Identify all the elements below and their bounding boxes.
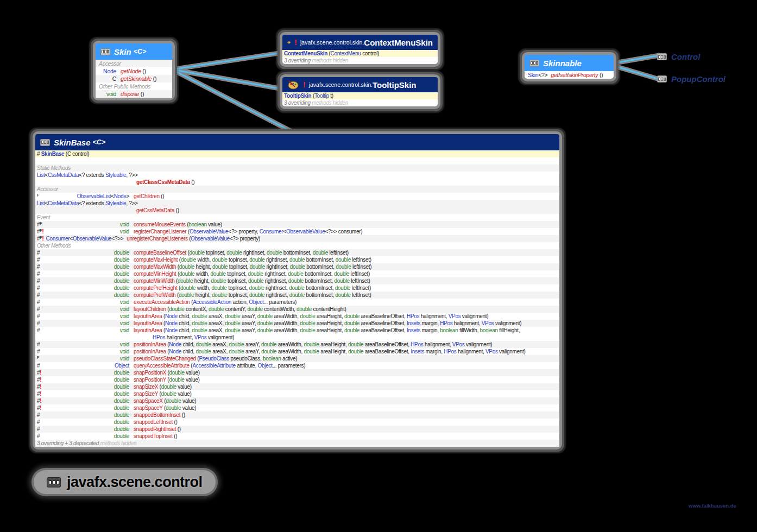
member-row: #F!voidregisterChangeListener (Observabl… xyxy=(35,228,559,235)
member-row: voiddispose () xyxy=(96,90,172,98)
member-row: #voidexecuteAccessibleAction (Accessible… xyxy=(35,299,559,306)
class-title: Control xyxy=(671,52,700,61)
package-icon xyxy=(47,477,61,487)
member-row: FObservableList<Node>getChildren () xyxy=(35,193,559,200)
member-row: #!doublesnapSpaceX (double value) xyxy=(35,397,559,404)
package-label[interactable]: javafx.scene.control xyxy=(34,470,216,494)
popupcontrol-class-label[interactable]: PopupControl xyxy=(657,74,726,84)
member-row: FvoidpseudoClassStateChanged (PseudoClas… xyxy=(35,355,559,362)
section-row: Other Methods xyxy=(35,242,559,249)
hidden-methods-row: 3 overriding methods hidden xyxy=(282,57,438,64)
member-row: NodegetNode () xyxy=(96,67,172,75)
member-row: #ObjectqueryAccessibleAttribute (Accessi… xyxy=(35,362,559,369)
palette-icon xyxy=(287,37,291,47)
section-row: Accessor xyxy=(35,186,559,193)
class-title: Skin xyxy=(114,47,131,56)
member-row: #doublecomputeMaxWidth (double height, d… xyxy=(35,263,559,270)
skin-member-table: AccessorNodegetNode ()CgetSkinnable ()Ot… xyxy=(96,60,172,98)
tooltipskin-member-table: TooltipSkin (Tooltip t)3 overriding meth… xyxy=(282,92,438,106)
member-row: #doublecomputeMaxHeight (double width, d… xyxy=(35,256,559,263)
member-row: #doublecomputeBaselineOffset (double top… xyxy=(35,249,559,256)
member-row: #voidlayoutInArea (Node child, double ar… xyxy=(35,327,559,341)
member-row: #F!Consumer<ObservableValue<?>>unregiste… xyxy=(35,235,559,242)
class-icon xyxy=(657,75,667,83)
member-row: #doublesnappedRightInset () xyxy=(35,426,559,433)
watermark-link[interactable]: www.falkhausen.de xyxy=(689,503,736,509)
member-row: CgetSkinnable () xyxy=(96,75,172,83)
skinbase-member-table: # SkinBase (C control) Static MethodsLis… xyxy=(35,150,559,447)
constructor-row: # SkinBase (C control) xyxy=(35,150,559,157)
member-row: #voidpositionInArea (Node child, double … xyxy=(35,348,559,355)
member-row: #FvoidconsumeMouseEvents (boolean value) xyxy=(35,221,559,228)
class-title: SkinBase xyxy=(54,138,91,147)
class-title: PopupControl xyxy=(671,74,726,84)
class-icon xyxy=(40,139,50,146)
member-row: Skin<?> get/set/skinProperty () xyxy=(525,71,614,79)
skinnable-class-box[interactable]: Skinnable Skin<?> get/set/skinProperty (… xyxy=(525,55,614,79)
contextmenuskin-member-table: ContextMenuSkin (ContextMenu control)3 o… xyxy=(282,50,438,64)
member-row: #voidlayoutInArea (Node child, double ar… xyxy=(35,313,559,320)
class-title: ContextMenuSkin xyxy=(364,38,433,47)
member-row: #voidlayoutChildren (double contentX, do… xyxy=(35,306,559,313)
blank-row xyxy=(35,157,559,164)
class-generic-parameter: <C> xyxy=(93,138,106,146)
warning-bang: ! xyxy=(294,38,297,47)
warning-bang: ! xyxy=(303,80,306,89)
skinbase-class-header: SkinBase <C> xyxy=(35,134,559,150)
class-icon xyxy=(529,60,539,67)
member-row: #!doublesnapSizeX (double value) xyxy=(35,383,559,390)
member-row: #!doublesnapPositionX (double value) xyxy=(35,369,559,376)
member-row: #doublecomputePrefWidth (double height, … xyxy=(35,292,559,299)
class-icon xyxy=(100,48,110,55)
skinbase-class-box[interactable]: SkinBase <C> # SkinBase (C control) Stat… xyxy=(35,134,559,447)
member-row: #!doublesnapSizeY (double value) xyxy=(35,390,559,397)
member-row: #doublecomputePrefHeight (double width, … xyxy=(35,284,559,292)
constructor-row: TooltipSkin (Tooltip t) xyxy=(282,92,438,99)
skinnable-class-header: Skinnable xyxy=(525,55,614,71)
skin-class-box[interactable]: Skin <C> AccessorNodegetNode ()CgetSkinn… xyxy=(96,43,172,98)
member-row: #doublecomputeMinWidth (double height, d… xyxy=(35,277,559,284)
member-row: List<CssMetaData<? extends Styleable, ?>… xyxy=(35,200,559,214)
section-row: Static Methods xyxy=(35,164,559,172)
control-class-label[interactable]: Control xyxy=(657,52,700,61)
member-row: #doublesnappedBottomInset () xyxy=(35,411,559,419)
member-row: List<CssMetaData<? extends Styleable, ?>… xyxy=(35,172,559,186)
tooltipskin-class-header: ! javafx.scene.control.skin. TooltipSkin xyxy=(282,77,438,92)
member-row: #!doublesnapPositionY (double value) xyxy=(35,376,559,383)
hidden-methods-row: 3 overriding methods hidden xyxy=(282,99,438,106)
section-row: Accessor xyxy=(96,60,172,67)
member-row: #voidpositionInArea (Node child, double … xyxy=(35,341,559,348)
section-row: Event xyxy=(35,214,559,221)
class-title: TooltipSkin xyxy=(373,80,417,90)
contextmenuskin-class-box[interactable]: ! javafx.scene.control.skin. ContextMenu… xyxy=(282,35,438,64)
section-row: Other Public Methods xyxy=(96,83,172,90)
member-row: #doublecomputeMinHeight (double width, d… xyxy=(35,270,559,277)
member-row: #doublesnappedLeftInset () xyxy=(35,419,559,426)
member-row: #voidlayoutInArea (Node child, double ar… xyxy=(35,320,559,327)
class-icon xyxy=(657,53,667,60)
class-generic-parameter: <C> xyxy=(134,48,147,55)
palette-icon xyxy=(287,80,299,90)
class-package: javafx.scene.control.skin. xyxy=(300,39,364,46)
tooltipskin-class-box[interactable]: ! javafx.scene.control.skin. TooltipSkin… xyxy=(282,77,438,106)
skin-class-header: Skin <C> xyxy=(96,43,172,60)
uml-diagram: { "diagram": { "watermark": "www.falkhau… xyxy=(0,0,757,532)
hidden-methods-row: 3 overriding + 3 deprecated methods hidd… xyxy=(35,440,559,447)
class-package: javafx.scene.control.skin. xyxy=(309,81,373,88)
constructor-row: ContextMenuSkin (ContextMenu control) xyxy=(282,50,438,57)
member-row: #!doublesnapSpaceY (double value) xyxy=(35,404,559,411)
skinnable-member-table: Skin<?> get/set/skinProperty () xyxy=(525,71,614,79)
member-row: #doublesnappedTopInset () xyxy=(35,433,559,440)
class-title: Skinnable xyxy=(543,59,582,68)
contextmenuskin-class-header: ! javafx.scene.control.skin. ContextMenu… xyxy=(282,35,438,50)
package-name: javafx.scene.control xyxy=(67,474,203,491)
